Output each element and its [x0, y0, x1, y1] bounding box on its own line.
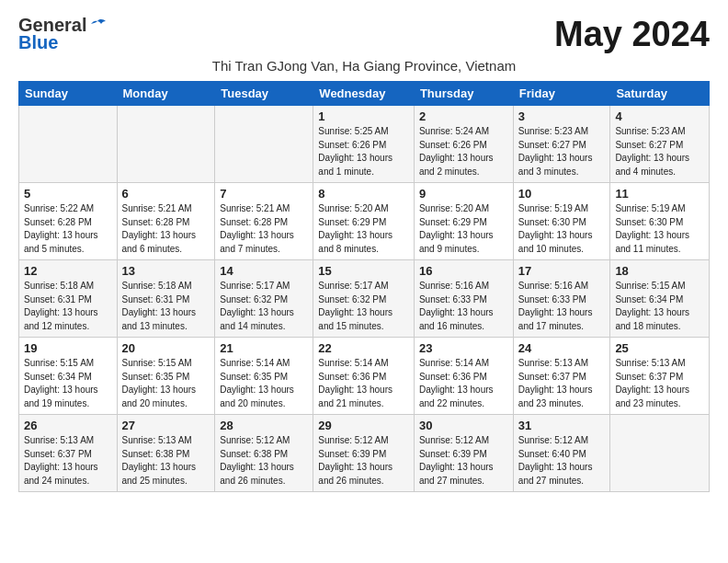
calendar-cell: 5Sunrise: 5:22 AM Sunset: 6:28 PM Daylig…	[19, 183, 118, 260]
day-info: Sunrise: 5:19 AM Sunset: 6:30 PM Dayligh…	[518, 202, 606, 256]
calendar-cell	[117, 106, 215, 183]
calendar-cell: 19Sunrise: 5:15 AM Sunset: 6:34 PM Dayli…	[19, 338, 118, 415]
day-info: Sunrise: 5:14 AM Sunset: 6:36 PM Dayligh…	[419, 357, 508, 410]
day-number: 12	[24, 264, 112, 278]
day-info: Sunrise: 5:15 AM Sunset: 6:34 PM Dayligh…	[24, 357, 112, 410]
week-row-3: 12Sunrise: 5:18 AM Sunset: 6:31 PM Dayli…	[19, 260, 710, 338]
calendar-cell: 20Sunrise: 5:15 AM Sunset: 6:35 PM Dayli…	[117, 338, 215, 415]
day-info: Sunrise: 5:20 AM Sunset: 6:29 PM Dayligh…	[419, 202, 508, 256]
calendar-cell: 27Sunrise: 5:13 AM Sunset: 6:38 PM Dayli…	[117, 415, 215, 492]
calendar-cell: 10Sunrise: 5:19 AM Sunset: 6:30 PM Dayli…	[513, 183, 610, 260]
calendar-cell	[215, 106, 313, 183]
calendar-cell: 26Sunrise: 5:13 AM Sunset: 6:37 PM Dayli…	[19, 415, 118, 492]
day-number: 14	[220, 264, 308, 278]
day-number: 3	[518, 109, 606, 123]
day-info: Sunrise: 5:25 AM Sunset: 6:26 PM Dayligh…	[318, 125, 409, 178]
subtitle: Thi Tran GJong Van, Ha Giang Province, V…	[18, 58, 710, 74]
week-row-1: 1Sunrise: 5:25 AM Sunset: 6:26 PM Daylig…	[19, 106, 710, 183]
header: General Blue May 2024	[18, 15, 710, 54]
day-info: Sunrise: 5:13 AM Sunset: 6:37 PM Dayligh…	[615, 357, 704, 410]
day-number: 20	[122, 341, 210, 355]
calendar-cell: 3Sunrise: 5:23 AM Sunset: 6:27 PM Daylig…	[513, 106, 610, 183]
calendar-cell: 31Sunrise: 5:12 AM Sunset: 6:40 PM Dayli…	[513, 415, 610, 492]
day-info: Sunrise: 5:13 AM Sunset: 6:38 PM Dayligh…	[122, 434, 210, 488]
day-number: 19	[24, 341, 112, 355]
day-info: Sunrise: 5:16 AM Sunset: 6:33 PM Dayligh…	[518, 280, 606, 333]
day-number: 4	[615, 109, 704, 123]
day-number: 17	[518, 264, 606, 278]
logo: General Blue	[18, 15, 107, 53]
day-number: 21	[220, 341, 308, 355]
calendar-cell: 22Sunrise: 5:14 AM Sunset: 6:36 PM Dayli…	[313, 338, 415, 415]
calendar-cell: 24Sunrise: 5:13 AM Sunset: 6:37 PM Dayli…	[513, 338, 610, 415]
day-info: Sunrise: 5:19 AM Sunset: 6:30 PM Dayligh…	[615, 202, 704, 256]
calendar-cell: 15Sunrise: 5:17 AM Sunset: 6:32 PM Dayli…	[313, 260, 415, 338]
calendar-cell: 17Sunrise: 5:16 AM Sunset: 6:33 PM Dayli…	[513, 260, 610, 338]
calendar-cell: 4Sunrise: 5:23 AM Sunset: 6:27 PM Daylig…	[610, 106, 710, 183]
day-info: Sunrise: 5:17 AM Sunset: 6:32 PM Dayligh…	[318, 280, 409, 333]
day-info: Sunrise: 5:23 AM Sunset: 6:27 PM Dayligh…	[615, 125, 704, 178]
day-number: 27	[122, 419, 210, 432]
day-info: Sunrise: 5:18 AM Sunset: 6:31 PM Dayligh…	[122, 280, 210, 333]
day-info: Sunrise: 5:14 AM Sunset: 6:35 PM Dayligh…	[220, 357, 308, 410]
calendar-cell: 18Sunrise: 5:15 AM Sunset: 6:34 PM Dayli…	[610, 260, 710, 338]
week-row-2: 5Sunrise: 5:22 AM Sunset: 6:28 PM Daylig…	[19, 183, 710, 260]
calendar-cell	[19, 106, 118, 183]
header-saturday: Saturday	[610, 82, 710, 106]
day-number: 15	[318, 264, 409, 278]
day-number: 1	[318, 109, 409, 123]
weekday-header-row: Sunday Monday Tuesday Wednesday Thursday…	[19, 82, 710, 106]
calendar-cell: 1Sunrise: 5:25 AM Sunset: 6:26 PM Daylig…	[313, 106, 415, 183]
day-info: Sunrise: 5:15 AM Sunset: 6:34 PM Dayligh…	[615, 280, 704, 333]
calendar-cell: 30Sunrise: 5:12 AM Sunset: 6:39 PM Dayli…	[414, 415, 513, 492]
calendar-cell: 14Sunrise: 5:17 AM Sunset: 6:32 PM Dayli…	[215, 260, 313, 338]
header-thursday: Thursday	[414, 82, 513, 106]
header-friday: Friday	[513, 82, 610, 106]
calendar-cell: 2Sunrise: 5:24 AM Sunset: 6:26 PM Daylig…	[414, 106, 513, 183]
day-number: 6	[122, 187, 210, 201]
day-number: 26	[24, 419, 112, 432]
calendar-cell: 6Sunrise: 5:21 AM Sunset: 6:28 PM Daylig…	[117, 183, 215, 260]
week-row-4: 19Sunrise: 5:15 AM Sunset: 6:34 PM Dayli…	[19, 338, 710, 415]
day-info: Sunrise: 5:13 AM Sunset: 6:37 PM Dayligh…	[518, 357, 606, 410]
day-info: Sunrise: 5:14 AM Sunset: 6:36 PM Dayligh…	[318, 357, 409, 410]
day-number: 2	[419, 109, 508, 123]
calendar-cell: 12Sunrise: 5:18 AM Sunset: 6:31 PM Dayli…	[19, 260, 118, 338]
day-info: Sunrise: 5:24 AM Sunset: 6:26 PM Dayligh…	[419, 125, 508, 178]
calendar-cell: 7Sunrise: 5:21 AM Sunset: 6:28 PM Daylig…	[215, 183, 313, 260]
calendar-cell: 9Sunrise: 5:20 AM Sunset: 6:29 PM Daylig…	[414, 183, 513, 260]
calendar-cell: 11Sunrise: 5:19 AM Sunset: 6:30 PM Dayli…	[610, 183, 710, 260]
day-info: Sunrise: 5:12 AM Sunset: 6:39 PM Dayligh…	[419, 434, 508, 488]
calendar-cell: 21Sunrise: 5:14 AM Sunset: 6:35 PM Dayli…	[215, 338, 313, 415]
calendar-cell: 23Sunrise: 5:14 AM Sunset: 6:36 PM Dayli…	[414, 338, 513, 415]
header-monday: Monday	[117, 82, 215, 106]
day-info: Sunrise: 5:17 AM Sunset: 6:32 PM Dayligh…	[220, 280, 308, 333]
calendar-cell: 8Sunrise: 5:20 AM Sunset: 6:29 PM Daylig…	[313, 183, 415, 260]
day-number: 30	[419, 419, 508, 432]
calendar-cell: 25Sunrise: 5:13 AM Sunset: 6:37 PM Dayli…	[610, 338, 710, 415]
logo-bird-icon	[88, 17, 107, 35]
calendar-cell	[610, 415, 710, 492]
calendar-cell: 29Sunrise: 5:12 AM Sunset: 6:39 PM Dayli…	[313, 415, 415, 492]
day-number: 5	[24, 187, 112, 201]
calendar-table: Sunday Monday Tuesday Wednesday Thursday…	[18, 81, 710, 492]
page: General Blue May 2024 Thi Tran GJong Van…	[0, 0, 728, 507]
header-tuesday: Tuesday	[215, 82, 313, 106]
day-number: 24	[518, 341, 606, 355]
month-title: May 2024	[554, 15, 710, 54]
day-number: 10	[518, 187, 606, 201]
day-number: 18	[615, 264, 704, 278]
day-number: 31	[518, 419, 606, 432]
day-number: 23	[419, 341, 508, 355]
logo-blue: Blue	[18, 32, 58, 53]
day-info: Sunrise: 5:18 AM Sunset: 6:31 PM Dayligh…	[24, 280, 112, 333]
day-number: 28	[220, 419, 308, 432]
day-info: Sunrise: 5:22 AM Sunset: 6:28 PM Dayligh…	[24, 202, 112, 256]
header-wednesday: Wednesday	[313, 82, 415, 106]
day-info: Sunrise: 5:15 AM Sunset: 6:35 PM Dayligh…	[122, 357, 210, 410]
calendar-cell: 13Sunrise: 5:18 AM Sunset: 6:31 PM Dayli…	[117, 260, 215, 338]
day-info: Sunrise: 5:12 AM Sunset: 6:40 PM Dayligh…	[518, 434, 606, 488]
day-number: 7	[220, 187, 308, 201]
day-number: 25	[615, 341, 704, 355]
day-number: 29	[318, 419, 409, 432]
